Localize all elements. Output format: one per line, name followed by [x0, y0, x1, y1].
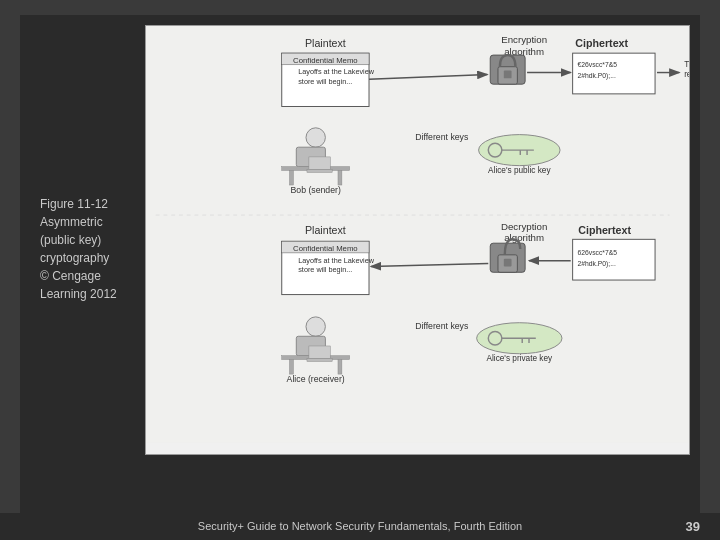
plaintext-top-label: Plaintext [305, 37, 346, 49]
svg-text:Confidential Memo: Confidential Memo [293, 56, 358, 65]
svg-text:Different keys: Different keys [415, 321, 469, 331]
svg-text:2#hdk.P0);...: 2#hdk.P0);... [577, 72, 615, 80]
svg-text:Alice's public key: Alice's public key [488, 166, 551, 175]
svg-rect-57 [338, 360, 342, 375]
svg-rect-25 [309, 157, 330, 170]
svg-text:Alice's private key: Alice's private key [486, 354, 553, 363]
svg-rect-47 [504, 259, 512, 267]
svg-text:Alice (receiver): Alice (receiver) [287, 374, 345, 384]
svg-text:store will begin...: store will begin... [298, 265, 352, 274]
svg-rect-58 [309, 346, 330, 359]
caption-area: Figure 11-12 Asymmetric (public key) cry… [30, 25, 145, 303]
caption-text: Figure 11-12 Asymmetric (public key) cry… [40, 195, 145, 303]
svg-text:Different keys: Different keys [415, 132, 469, 142]
svg-text:626vscc*7&5: 626vscc*7&5 [577, 249, 617, 256]
svg-text:€26vscc*7&5: €26vscc*7&5 [577, 61, 617, 68]
svg-rect-26 [307, 170, 332, 173]
svg-text:Bob (sender): Bob (sender) [290, 185, 340, 195]
svg-text:Layoffs at the Lakeview: Layoffs at the Lakeview [298, 67, 375, 76]
svg-text:Encryption: Encryption [501, 34, 547, 45]
svg-rect-24 [338, 170, 342, 185]
svg-text:Ciphertext: Ciphertext [575, 37, 628, 49]
svg-point-20 [306, 128, 325, 147]
svg-rect-59 [307, 359, 332, 362]
svg-text:2#hdk.P0);...: 2#hdk.P0);... [577, 260, 615, 268]
diagram-area: Plaintext Encryption algorithm Ciphertex… [145, 25, 690, 455]
slide-container: Figure 11-12 Asymmetric (public key) cry… [0, 0, 720, 540]
svg-text:store will begin...: store will begin... [298, 77, 352, 86]
svg-text:algorithm: algorithm [504, 232, 544, 243]
page-number: 39 [670, 519, 700, 534]
slide-inner: Figure 11-12 Asymmetric (public key) cry… [20, 15, 700, 525]
svg-text:Layoffs at the Lakeview: Layoffs at the Lakeview [298, 256, 375, 265]
bottom-bar: Security+ Guide to Network Security Fund… [0, 513, 720, 540]
svg-rect-11 [504, 71, 512, 79]
svg-text:Decryption: Decryption [501, 221, 547, 232]
svg-text:remote user: remote user [684, 70, 689, 79]
bottom-text: Security+ Guide to Network Security Fund… [50, 519, 670, 534]
svg-rect-56 [290, 360, 294, 375]
svg-point-53 [306, 317, 325, 336]
svg-text:Confidential Memo: Confidential Memo [293, 244, 358, 253]
diagram-svg: Plaintext Encryption algorithm Ciphertex… [146, 26, 689, 443]
svg-text:Ciphertext: Ciphertext [578, 224, 631, 236]
svg-rect-23 [290, 170, 294, 185]
svg-text:Plaintext: Plaintext [305, 224, 346, 236]
svg-text:Transmitted to: Transmitted to [684, 60, 689, 69]
